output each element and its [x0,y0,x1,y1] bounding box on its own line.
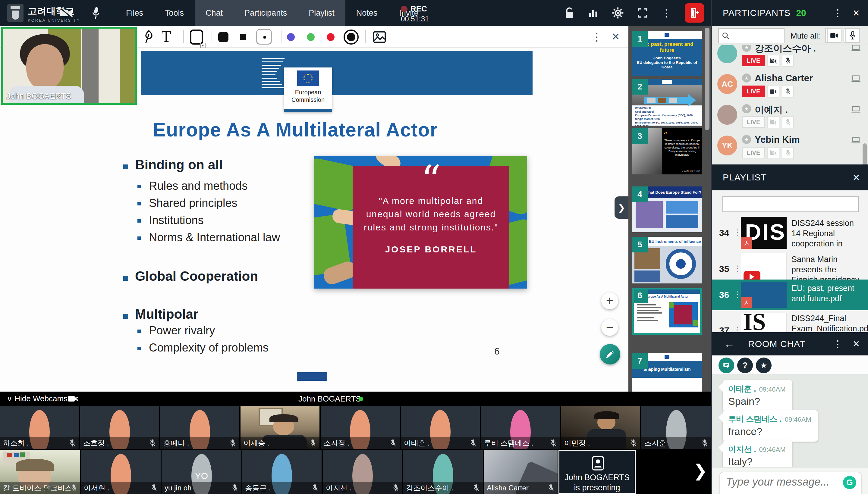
thumbnail-slide-1[interactable]: 1 EU: past, present and future John Boga… [632,31,702,76]
stats-chart-icon[interactable] [588,7,598,18]
mic-off-button[interactable] [782,55,794,67]
camera-off-button[interactable] [767,116,779,128]
thumbnail-slide-2[interactable]: 2 World War II Coal and Steel European E… [632,79,702,126]
room-chat-close-icon[interactable]: × [853,337,860,350]
webcam-tile[interactable]: 이서현 . [81,450,161,494]
zoom-out-button[interactable]: − [601,319,618,336]
camera-off-icon[interactable] [60,7,73,20]
room-chat-kebab-icon[interactable]: ⋮ [833,338,843,350]
webcam-tile[interactable]: 이지선 . [323,450,402,494]
playlist-item-kebab-icon[interactable]: ⋮ [734,264,741,273]
menu-playlist[interactable]: Playlist [298,0,345,26]
text-tool[interactable]: T [162,28,171,45]
webcam-tile-video[interactable]: 이민정 . [561,406,640,449]
thumbnail-slide-6-current[interactable]: 6 Europe As A Multilateral Actor [632,288,702,335]
thumbnail-slide-5[interactable]: 5 EU Instruments of influence [632,237,702,283]
color-purple[interactable] [287,33,295,41]
grammarly-icon[interactable]: G [843,476,856,489]
color-black-selected[interactable] [344,30,359,44]
participants-search[interactable] [718,28,784,43]
leave-room-button[interactable] [685,3,704,23]
webcam-tile[interactable]: 조지훈 [641,406,711,449]
playlist-close-icon[interactable]: × [853,171,860,184]
zoom-in-button[interactable]: + [601,292,618,309]
chat-message-input[interactable] [720,472,834,492]
pen-tool-icon[interactable] [142,30,156,44]
stroke-size-medium[interactable] [240,34,246,40]
participant-row[interactable]: ★ 이예지 . LIVE [712,101,868,131]
thumbnail-slide-3[interactable]: 3 “ There is no peace in Europe if state… [632,128,702,174]
mic-off-button[interactable] [782,86,794,98]
thumbnails-scrollbar[interactable] [705,28,709,130]
playlist-item[interactable]: 37 ⋮ IS DISS244_Final Exam_Notification.… [712,312,868,332]
annotate-pencil-button[interactable] [600,344,620,364]
toolbar-close-icon[interactable]: × [612,29,620,44]
playlist-item-kebab-icon[interactable]: ⋮ [734,290,741,299]
webcam-bar-camera-icon[interactable] [68,395,78,402]
mic-off-button[interactable] [782,116,794,128]
participant-row[interactable]: AC ★ Alisha Carter LIVE [712,70,868,101]
playlist-item[interactable]: 34 ⋮ DIS DISS244 session 14 Regional coo… [712,216,868,250]
mute-all-mic-button[interactable] [845,28,860,43]
camera-on-button[interactable] [767,86,779,98]
mic-icon[interactable] [90,7,102,20]
fullscreen-icon[interactable] [637,7,648,18]
webcam-tile[interactable]: YO yu jin oh [162,450,241,494]
thumbnail-slide-7[interactable]: 7 Shaping Multilateralism [632,353,702,392]
participant-row[interactable]: ★ 강조이스수아 . LIVE [712,45,868,70]
webcam-tile[interactable]: 소자정 . [321,406,400,449]
thumbnail-slide-4[interactable]: 4 What Does Europe Stand For? [632,187,702,232]
webcams-next-page-button[interactable]: ❯ [693,461,707,480]
webcam-tile-video[interactable]: 칼 토비아스 달크비스... [0,450,80,494]
webcam-tile-video[interactable]: Alisha Carter [484,450,558,494]
webcam-tile[interactable]: 조호정 . [80,406,159,449]
back-arrow-icon[interactable]: ← [724,338,735,350]
menu-participants[interactable]: Participants [234,0,298,26]
playlist-item-kebab-icon[interactable]: ⋮ [734,228,741,237]
participants-close-icon[interactable]: × [853,7,860,20]
settings-gear-icon[interactable] [612,7,624,19]
webcam-tile[interactable]: 강조이스수아 . [403,450,483,494]
webcam-tile[interactable]: 송동근 . [242,450,321,494]
panel-collapse-button[interactable]: ❯ [614,196,628,219]
participants-kebab-icon[interactable]: ⋮ [833,7,843,19]
menu-files[interactable]: Files [115,0,154,26]
playlist-item-selected[interactable]: 36 ⋮ EU; past, present and future.pdf [712,280,868,310]
shape-tool[interactable] [190,30,203,44]
menu-tools[interactable]: Tools [154,0,195,26]
presenter-webcam[interactable]: John BOGAERTS [1,27,137,105]
webcam-tile-video[interactable]: 이재승 . [241,406,319,449]
color-green[interactable] [307,33,315,41]
participants-search-input[interactable] [732,32,780,40]
insert-image-icon[interactable] [372,30,386,44]
star-icon[interactable]: ★ [742,45,751,52]
chat-filter-star-button[interactable]: ★ [756,358,772,373]
lock-open-icon[interactable] [564,7,574,19]
shape-dropdown-icon[interactable]: ▾ [200,43,206,48]
webcam-tile[interactable]: 루비 스탬네스 . [481,406,560,449]
playlist-item-kebab-icon[interactable]: ⋮ [734,325,741,332]
webcam-tile[interactable]: 하소희 . [0,406,79,449]
toolbar-kebab-icon[interactable]: ⋮ [591,31,602,43]
star-icon[interactable]: ★ [742,74,751,82]
chat-filter-question-button[interactable]: ? [737,358,753,373]
stroke-size-large[interactable] [218,32,228,42]
chat-filter-all-button[interactable] [719,358,734,373]
camera-off-button[interactable] [767,55,779,67]
star-icon[interactable]: ★ [742,135,751,144]
hide-webcams-toggle[interactable]: ∨ Hide Webcams [7,394,68,403]
webcam-tile[interactable]: 이태훈 . [401,406,480,449]
menu-chat[interactable]: Chat [195,0,234,26]
star-icon[interactable]: ★ [742,104,751,113]
webcam-tile[interactable]: 홍예나 . [160,406,239,449]
mute-all-camera-button[interactable] [827,28,842,43]
stroke-size-small-selected[interactable] [256,29,272,44]
topbar-kebab-icon[interactable]: ⋮ [661,7,671,19]
playlist-search-input[interactable] [723,197,858,211]
mic-off-button[interactable] [782,147,794,159]
participant-row[interactable]: YK ★ Yebin Kim LIVE [712,131,868,162]
color-red[interactable] [327,33,335,41]
menu-notes[interactable]: Notes [345,0,388,26]
playlist-search[interactable] [722,196,858,212]
camera-off-button[interactable] [767,147,779,159]
